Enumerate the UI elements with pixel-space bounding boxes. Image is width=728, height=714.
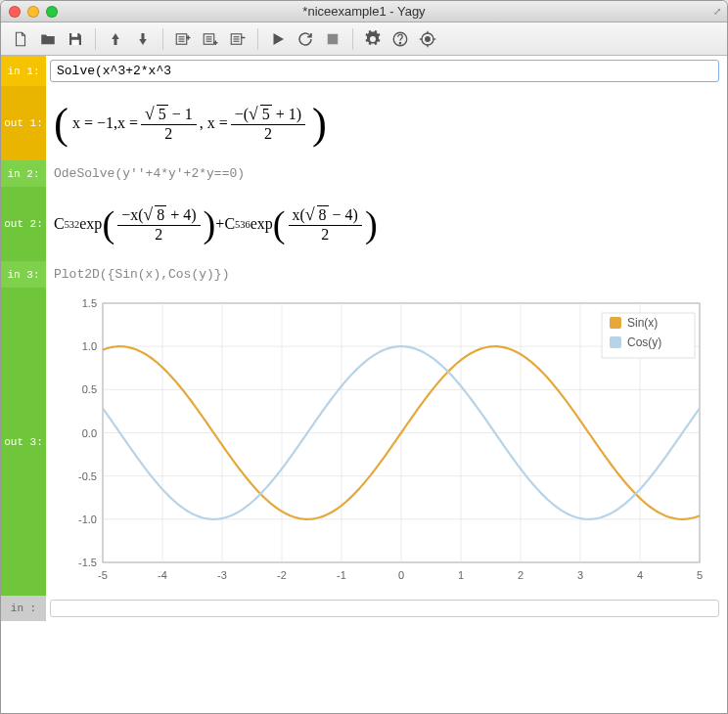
gutter-out3: out 3: — [1, 288, 46, 596]
svg-rect-14 — [328, 33, 339, 44]
toolbar — [1, 22, 727, 56]
svg-text:0.0: 0.0 — [82, 427, 97, 439]
svg-text:1.0: 1.0 — [82, 340, 97, 352]
zoom-icon[interactable] — [46, 6, 58, 18]
arrow-down-button[interactable] — [131, 27, 155, 51]
input-cell-3[interactable]: Plot2D({Sin(x),Cos(y)}) — [46, 261, 727, 288]
titlebar: *niceexample1 - Yagy ⤢ — [1, 1, 727, 22]
svg-point-18 — [426, 36, 431, 41]
input-cell-blank[interactable] — [50, 600, 719, 617]
insert-below-button[interactable] — [199, 27, 222, 51]
input-cell-1[interactable]: Solve(x^3+2*x^3 — [50, 60, 719, 82]
gutter-in3: in 3: — [1, 261, 46, 288]
help-button[interactable] — [388, 27, 412, 51]
gutter-in-blank: in : — [1, 596, 46, 621]
svg-text:1: 1 — [458, 569, 464, 581]
svg-text:-2: -2 — [277, 569, 287, 581]
svg-text:5: 5 — [697, 569, 703, 581]
svg-text:-4: -4 — [158, 569, 167, 581]
gutter-out2: out 2: — [1, 187, 46, 261]
stop-button[interactable] — [321, 27, 344, 51]
settings-button[interactable] — [361, 27, 385, 51]
gutter-out1: out 1: — [1, 86, 46, 160]
svg-text:0: 0 — [398, 569, 404, 581]
traffic-lights — [9, 6, 58, 18]
close-icon[interactable] — [9, 6, 21, 18]
gutter-in2: in 2: — [1, 160, 46, 187]
restart-button[interactable] — [294, 27, 317, 51]
svg-rect-1 — [71, 39, 79, 44]
plot-2d: -5-4-3-2-1012345-1.5-1.0-0.50.00.51.01.5… — [52, 293, 721, 587]
minimize-icon[interactable] — [27, 6, 39, 18]
window-title: *niceexample1 - Yagy — [1, 4, 727, 19]
input-cell-2[interactable]: OdeSolve(y''+4*y'+2*y==0) — [46, 160, 727, 187]
notebook-content: in 1: Solve(x^3+2*x^3 out 1: ( x = −1, x… — [1, 56, 727, 713]
svg-text:3: 3 — [577, 569, 583, 581]
svg-rect-61 — [610, 317, 621, 329]
svg-text:-1.0: -1.0 — [78, 513, 97, 525]
target-button[interactable] — [416, 27, 439, 51]
svg-text:1.5: 1.5 — [82, 297, 97, 309]
output-cell-3: -5-4-3-2-1012345-1.5-1.0-0.50.00.51.01.5… — [46, 288, 727, 596]
svg-text:-3: -3 — [217, 569, 227, 581]
svg-text:Sin(x): Sin(x) — [627, 316, 658, 330]
svg-text:4: 4 — [637, 569, 643, 581]
svg-rect-63 — [610, 336, 621, 348]
new-file-button[interactable] — [9, 27, 32, 51]
svg-point-16 — [399, 42, 400, 43]
svg-text:-0.5: -0.5 — [78, 470, 97, 482]
expand-icon[interactable]: ⤢ — [713, 6, 721, 17]
svg-text:-1: -1 — [337, 569, 346, 581]
svg-text:-5: -5 — [98, 569, 108, 581]
app-window: *niceexample1 - Yagy ⤢ in 1: Solve(x^3+2… — [0, 0, 728, 714]
svg-text:2: 2 — [518, 569, 523, 581]
save-button[interactable] — [64, 27, 87, 51]
gutter-in1: in 1: — [1, 56, 46, 86]
svg-text:0.5: 0.5 — [82, 383, 97, 395]
svg-text:Cos(y): Cos(y) — [627, 335, 661, 349]
delete-cell-button[interactable] — [226, 27, 250, 51]
arrow-up-button[interactable] — [104, 27, 127, 51]
svg-rect-0 — [71, 33, 77, 37]
run-button[interactable] — [266, 27, 290, 51]
svg-text:-1.5: -1.5 — [78, 557, 97, 568]
output-cell-1: ( x = −1, x = √5 − 1 2 , x = −(√5 + 1) 2… — [46, 86, 727, 160]
output-cell-2: C532 exp ( −x(√8 + 4) 2 ) + C536 exp ( x… — [46, 187, 727, 261]
open-file-button[interactable] — [36, 27, 60, 51]
insert-above-button[interactable] — [171, 27, 195, 51]
